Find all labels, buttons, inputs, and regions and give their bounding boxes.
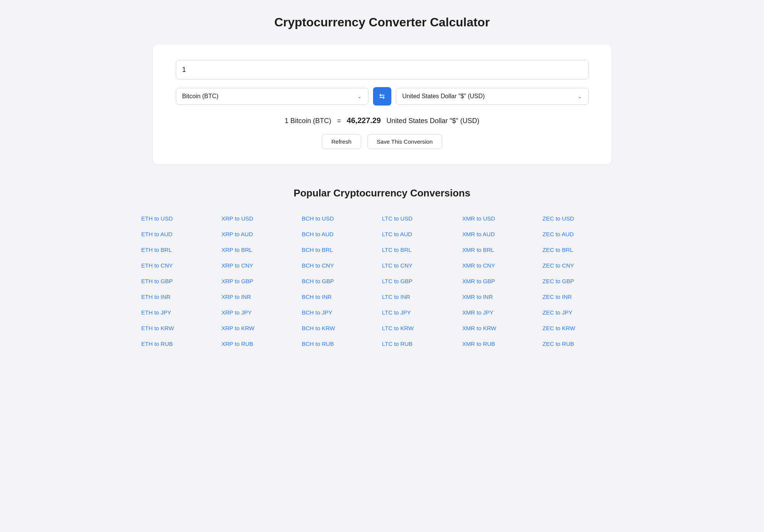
conversion-link[interactable]: XMR to JPY: [462, 307, 543, 318]
conversion-link[interactable]: ZEC to AUD: [543, 229, 623, 240]
conversion-link[interactable]: ZEC to BRL: [543, 244, 623, 255]
conversion-link[interactable]: ZEC to INR: [543, 291, 623, 302]
conversion-link[interactable]: XRP to RUB: [222, 338, 302, 349]
conversion-link[interactable]: ETH to BRL: [141, 244, 222, 255]
conversion-link[interactable]: LTC to RUB: [382, 338, 462, 349]
conversion-link[interactable]: LTC to KRW: [382, 323, 462, 334]
conversion-link[interactable]: XMR to INR: [462, 291, 543, 302]
conversion-link[interactable]: XRP to GBP: [222, 276, 302, 287]
conversion-link[interactable]: ZEC to KRW: [543, 323, 623, 334]
conversion-link[interactable]: XMR to BRL: [462, 244, 543, 255]
conversion-link[interactable]: BCH to GBP: [302, 276, 382, 287]
from-currency-chevron-icon: ⌄: [357, 93, 362, 99]
popular-conversions-section: Popular Cryptocurrency Conversions ETH t…: [134, 187, 631, 349]
conversion-link[interactable]: XMR to GBP: [462, 276, 543, 287]
conversion-link[interactable]: ZEC to GBP: [543, 276, 623, 287]
swap-button[interactable]: ⇆: [373, 87, 391, 105]
result-row: 1 Bitcoin (BTC) = 46,227.29 United State…: [176, 116, 589, 125]
result-to-currency: United States Dollar "$" (USD): [386, 117, 479, 125]
conversion-link[interactable]: ETH to CNY: [141, 260, 222, 271]
refresh-button[interactable]: Refresh: [322, 134, 361, 149]
conversion-link[interactable]: BCH to USD: [302, 213, 382, 224]
conversion-link[interactable]: LTC to GBP: [382, 276, 462, 287]
result-amount: 46,227.29: [347, 116, 381, 125]
conversion-link[interactable]: ZEC to USD: [543, 213, 623, 224]
conversion-link[interactable]: ETH to GBP: [141, 276, 222, 287]
from-currency-label: Bitcoin (BTC): [182, 93, 357, 100]
conversion-link[interactable]: BCH to BRL: [302, 244, 382, 255]
conversion-link[interactable]: XMR to USD: [462, 213, 543, 224]
converter-card: Bitcoin (BTC) ⌄ ⇆ United States Dollar "…: [153, 45, 612, 164]
action-buttons: Refresh Save This Conversion: [176, 134, 589, 149]
conversion-link[interactable]: BCH to RUB: [302, 338, 382, 349]
conversion-link[interactable]: XRP to CNY: [222, 260, 302, 271]
currency-row: Bitcoin (BTC) ⌄ ⇆ United States Dollar "…: [176, 87, 589, 105]
conversion-link[interactable]: ETH to AUD: [141, 229, 222, 240]
save-conversion-button[interactable]: Save This Conversion: [367, 134, 442, 149]
conversion-link[interactable]: ETH to KRW: [141, 323, 222, 334]
conversion-link[interactable]: LTC to CNY: [382, 260, 462, 271]
conversion-link[interactable]: LTC to AUD: [382, 229, 462, 240]
conversion-link[interactable]: XMR to CNY: [462, 260, 543, 271]
equals-sign: =: [337, 117, 341, 125]
amount-input[interactable]: [176, 60, 589, 79]
to-currency-selector[interactable]: United States Dollar "$" (USD) ⌄: [396, 88, 589, 105]
swap-icon: ⇆: [379, 92, 385, 101]
conversion-link[interactable]: XRP to BRL: [222, 244, 302, 255]
conversion-link[interactable]: XRP to USD: [222, 213, 302, 224]
conversion-link[interactable]: ZEC to RUB: [543, 338, 623, 349]
conversion-link[interactable]: ETH to USD: [141, 213, 222, 224]
conversions-grid: ETH to USDXRP to USDBCH to USDLTC to USD…: [134, 213, 631, 349]
conversion-link[interactable]: ETH to RUB: [141, 338, 222, 349]
conversion-link[interactable]: XMR to AUD: [462, 229, 543, 240]
conversion-link[interactable]: LTC to BRL: [382, 244, 462, 255]
conversion-link[interactable]: XRP to JPY: [222, 307, 302, 318]
to-currency-chevron-icon: ⌄: [577, 93, 582, 99]
conversion-link[interactable]: XMR to KRW: [462, 323, 543, 334]
conversion-link[interactable]: BCH to JPY: [302, 307, 382, 318]
conversion-link[interactable]: BCH to INR: [302, 291, 382, 302]
conversion-link[interactable]: BCH to AUD: [302, 229, 382, 240]
conversion-link[interactable]: ETH to INR: [141, 291, 222, 302]
conversion-link[interactable]: XRP to AUD: [222, 229, 302, 240]
conversion-link[interactable]: XRP to INR: [222, 291, 302, 302]
conversion-link[interactable]: BCH to KRW: [302, 323, 382, 334]
popular-title: Popular Cryptocurrency Conversions: [134, 187, 631, 199]
conversion-link[interactable]: XMR to RUB: [462, 338, 543, 349]
conversion-link[interactable]: LTC to JPY: [382, 307, 462, 318]
conversion-link[interactable]: LTC to USD: [382, 213, 462, 224]
result-from-text: 1 Bitcoin (BTC): [285, 117, 331, 125]
conversion-link[interactable]: BCH to CNY: [302, 260, 382, 271]
from-currency-selector[interactable]: Bitcoin (BTC) ⌄: [176, 88, 368, 105]
conversion-link[interactable]: LTC to INR: [382, 291, 462, 302]
conversion-link[interactable]: XRP to KRW: [222, 323, 302, 334]
conversion-link[interactable]: ZEC to CNY: [543, 260, 623, 271]
page-title: Cryptocurrency Converter Calculator: [8, 15, 756, 29]
to-currency-label: United States Dollar "$" (USD): [402, 93, 577, 100]
conversion-link[interactable]: ETH to JPY: [141, 307, 222, 318]
conversion-link[interactable]: ZEC to JPY: [543, 307, 623, 318]
